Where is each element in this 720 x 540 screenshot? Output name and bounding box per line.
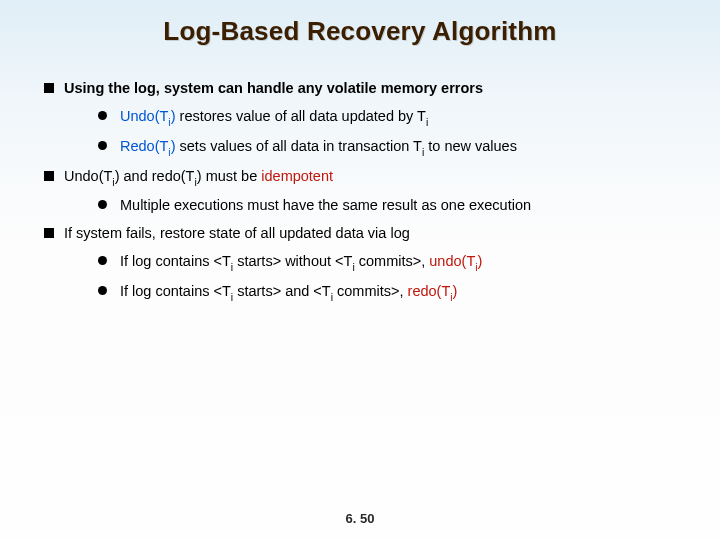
bullet-2: Undo(Ti) and redo(Ti) must be idempotent xyxy=(44,167,676,189)
slide-title: Log-Based Recovery Algorithm xyxy=(0,0,720,47)
bullet-1-sub-2: Redo(Ti) sets values of all data in tran… xyxy=(98,137,676,159)
bullet-3: If system fails, restore state of all up… xyxy=(44,224,676,244)
bullet-1: Using the log, system can handle any vol… xyxy=(44,79,676,99)
bullet-3-sub-2: If log contains <Ti starts> and <Ti comm… xyxy=(98,282,676,304)
slide-number: 6. 50 xyxy=(0,511,720,526)
bullet-2-sub-1: Multiple executions must have the same r… xyxy=(98,196,676,216)
bullet-1-sub-1: Undo(Ti) restores value of all data upda… xyxy=(98,107,676,129)
bullet-3-sub-1: If log contains <Ti starts> without <Ti … xyxy=(98,252,676,274)
slide-body: Using the log, system can handle any vol… xyxy=(0,47,720,304)
